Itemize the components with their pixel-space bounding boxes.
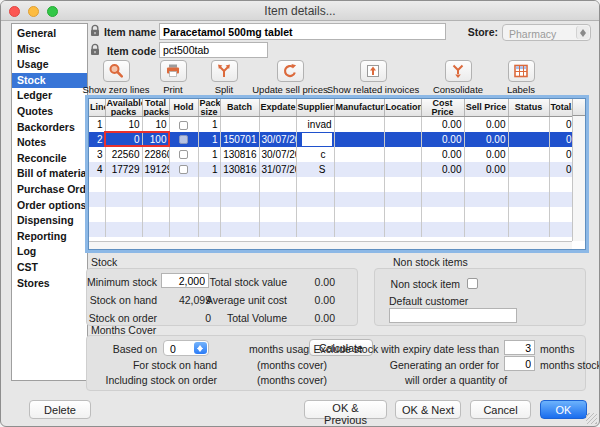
generating-order-input[interactable] — [504, 356, 535, 371]
store-select[interactable]: Pharmacy — [502, 24, 591, 41]
item-name-input[interactable] — [159, 23, 446, 40]
sidebar-item-reconcile[interactable]: Reconcile — [12, 151, 87, 167]
stock-on-hand-label: Stock on hand — [87, 294, 157, 306]
empty-row[interactable] — [89, 222, 574, 237]
split-arrows-icon — [211, 60, 238, 82]
col-batch[interactable]: Batch — [220, 99, 259, 117]
cell-sell-price: 0.00 — [464, 147, 508, 162]
table-header-row: Line Available packs Total packs Hold Pa… — [89, 99, 574, 117]
stock-section: Minimum stock Total stock value 0.00 Sto… — [86, 268, 358, 326]
cell-status — [508, 162, 549, 177]
cell-pack-size: 1 — [198, 117, 220, 132]
ok-next-button[interactable]: OK & Next — [395, 400, 461, 419]
col-supplier[interactable]: Supplier — [296, 99, 334, 117]
sidebar-item-purchase-orders[interactable]: Purchase Orders — [12, 182, 87, 198]
cell-pack-size: 1 — [198, 132, 220, 147]
stock-on-order-label: Stock on order — [87, 312, 157, 324]
sidebar-item-dispensing[interactable]: Dispensing — [12, 213, 87, 229]
for-stock-on-hand-label: For stock on hand — [87, 359, 217, 371]
sidebar-item-quotes[interactable]: Quotes — [12, 104, 87, 120]
cell-line: 3 — [89, 147, 105, 162]
col-sell-price[interactable]: Sell Price — [464, 99, 508, 117]
cell-hold — [169, 147, 198, 162]
hold-checkbox[interactable] — [179, 150, 188, 159]
cell-cost-price: 0.00 — [421, 162, 464, 177]
sidebar-item-bill-of-materials[interactable]: Bill of materials — [12, 166, 87, 182]
item-details-window: Item details... General Misc Usage Stock… — [0, 0, 600, 427]
exclude-expiry-input[interactable] — [504, 340, 535, 355]
hold-checkbox[interactable] — [179, 135, 188, 144]
cell-expdate: 30/07/20 — [259, 147, 296, 162]
hold-checkbox[interactable] — [179, 121, 188, 130]
cell-total: 0 — [549, 117, 574, 132]
col-location[interactable]: Location — [384, 99, 421, 117]
sidebar-item-order-options[interactable]: Order options — [12, 198, 87, 214]
empty-row[interactable] — [89, 177, 574, 192]
sidebar-item-general[interactable]: General — [12, 26, 87, 42]
col-total[interactable]: Total... — [549, 99, 574, 117]
cell-manufacturer — [334, 117, 384, 132]
col-expdate[interactable]: Expdate — [259, 99, 296, 117]
cell-total-packs: 22860 — [142, 147, 169, 162]
delete-button[interactable]: Delete — [29, 400, 91, 419]
sidebar-item-reporting[interactable]: Reporting — [12, 229, 87, 245]
hold-checkbox[interactable] — [179, 165, 188, 174]
sidebar-item-log[interactable]: Log — [12, 244, 87, 260]
col-manufacturer[interactable]: Manufacturer — [334, 99, 384, 117]
cell-sell-price: 0.00 — [464, 132, 508, 147]
toolbar-labels[interactable]: Labels — [466, 60, 576, 95]
empty-row[interactable] — [89, 207, 574, 222]
cell-line: 4 — [89, 162, 105, 177]
col-line[interactable]: Line — [89, 99, 105, 117]
cell-hold — [169, 117, 198, 132]
sidebar-item-stores[interactable]: Stores — [12, 276, 87, 292]
total-volume-label: Total Volume — [195, 312, 287, 324]
redaction-patch — [302, 133, 332, 146]
non-stock-item-checkbox[interactable] — [467, 278, 478, 289]
exclude-expiry-label: Exclude stock with expiry date less than — [292, 343, 499, 355]
empty-row[interactable] — [89, 192, 574, 207]
cell-sell-price: 0.00 — [464, 117, 508, 132]
col-pack-size[interactable]: Pack size — [198, 99, 220, 117]
cell-total-packs: 19129 — [142, 162, 169, 177]
highlight-red-box — [104, 131, 170, 147]
total-volume-value: 0.00 — [293, 312, 335, 324]
cell-cost-price: 0.00 — [421, 147, 464, 162]
default-customer-label: Default customer — [389, 295, 468, 307]
sidebar-item-backorders[interactable]: Backorders — [12, 120, 87, 136]
titlebar[interactable]: Item details... — [1, 1, 599, 21]
col-cost-price[interactable]: Cost Price — [421, 99, 464, 117]
horizontal-scrollbar[interactable] — [89, 241, 572, 249]
non-stock-item-label: Non stock item — [375, 278, 460, 290]
based-on-select[interactable]: 0 — [163, 340, 209, 356]
item-code-input[interactable] — [159, 42, 268, 58]
cell-cost-price: 0.00 — [421, 117, 464, 132]
cell-total: 0 — [549, 147, 574, 162]
cancel-button[interactable]: Cancel — [470, 400, 531, 419]
cell-total: 0 — [549, 162, 574, 177]
scrollbar-cap — [572, 99, 585, 116]
cell-hold — [169, 162, 198, 177]
including-stock-on-order-label: Including stock on order — [87, 374, 217, 386]
cell-supplier: invad — [296, 117, 334, 132]
col-status[interactable]: Status — [508, 99, 549, 117]
stock-line-row-4[interactable]: 4 17729 19129 1 130816 31/07/20 S 0.00 0… — [89, 162, 574, 177]
vertical-scrollbar[interactable] — [572, 116, 585, 241]
cell-cost-price: 0.00 — [421, 132, 464, 147]
col-total-packs[interactable]: Total packs — [142, 99, 169, 117]
default-customer-input[interactable] — [389, 308, 517, 323]
sidebar-item-cst[interactable]: CST — [12, 260, 87, 276]
ok-button[interactable]: OK — [540, 400, 587, 419]
stock-line-row-1[interactable]: 1 10 10 1 invad 0.00 0.00 0 — [89, 117, 574, 132]
ok-previous-button[interactable]: OK & Previous — [304, 400, 387, 419]
stock-lines-table: Line Available packs Total packs Hold Pa… — [88, 98, 586, 250]
col-hold[interactable]: Hold — [169, 99, 198, 117]
col-available-packs[interactable]: Available packs — [105, 99, 142, 117]
sidebar-item-misc[interactable]: Misc — [12, 42, 87, 58]
item-code-label: Item code — [96, 45, 156, 57]
resize-grip[interactable] — [586, 413, 597, 424]
cell-location — [384, 147, 421, 162]
cell-total: 0 — [549, 132, 574, 147]
stock-line-row-3[interactable]: 3 22560 22860 1 130816 30/07/20 c 0.00 0… — [89, 147, 574, 162]
sidebar-item-notes[interactable]: Notes — [12, 135, 87, 151]
